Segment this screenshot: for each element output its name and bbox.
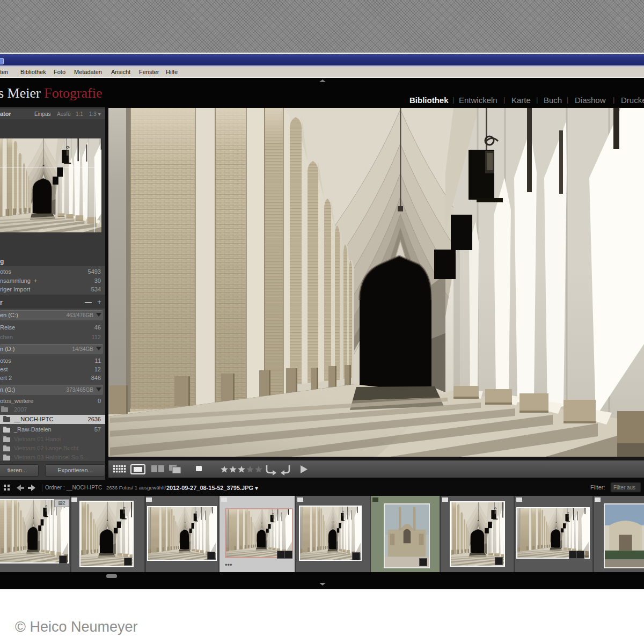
svg-text:Ordner : __NOCH-IPTC: Ordner : __NOCH-IPTC [45,485,102,491]
svg-text:2636 Fotos/ 1 ausgewählt/: 2636 Fotos/ 1 ausgewählt/ [106,485,166,491]
svg-text:Filter aus: Filter aus [613,485,635,491]
svg-text:2012-09-27_08-15-52_3795.JPG ▾: 2012-09-27_08-15-52_3795.JPG ▾ [166,485,258,491]
svg-text:Filter:: Filter: [590,484,605,491]
